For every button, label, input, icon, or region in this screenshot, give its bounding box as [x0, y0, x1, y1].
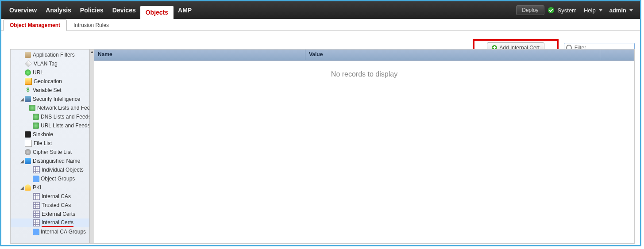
feed-icon: [29, 105, 35, 111]
tree-node-security-intelligence[interactable]: ◢Security Intelligence: [11, 95, 94, 103]
key-icon: [25, 184, 31, 191]
nav-tab-objects[interactable]: Objects: [140, 6, 174, 19]
tree-node-file-list[interactable]: File List: [11, 139, 94, 148]
main-split: Application FiltersVLAN TagURLGeolocatio…: [10, 49, 635, 244]
tree-node-sinkhole[interactable]: Sinkhole: [11, 130, 94, 139]
tree-label: VLAN Tag: [34, 61, 58, 67]
feed-icon: [33, 114, 39, 120]
tree-node-cipher-suite-list[interactable]: Cipher Suite List: [11, 148, 94, 157]
tree-label: URL: [33, 69, 43, 76]
nav-tab-overview[interactable]: Overview: [5, 1, 41, 19]
chevron-down-icon: [629, 9, 633, 11]
cipher-icon: [25, 149, 31, 155]
tree-label: Network Lists and Feeds: [37, 105, 94, 111]
tree-node-individual-objects[interactable]: Individual Objects: [11, 165, 94, 174]
tree-label: Security Intelligence: [33, 96, 80, 102]
tree-node-url-lists-and-feeds[interactable]: URL Lists and Feeds: [11, 121, 94, 130]
group-icon: [33, 176, 39, 182]
empty-message: No records to display: [94, 61, 634, 88]
tree-label: Internal CAs: [42, 193, 71, 199]
nav-help[interactable]: Help: [584, 7, 602, 14]
file-icon: [25, 140, 32, 147]
collapse-handle[interactable]: ▲: [89, 50, 94, 243]
tree-node-pki[interactable]: ◢PKI: [11, 183, 94, 192]
tree-label: Cipher Suite List: [33, 149, 72, 155]
app-icon: [25, 52, 31, 58]
tree-label: Individual Objects: [42, 167, 84, 173]
tree-label: Sinkhole: [33, 131, 53, 138]
expand-arrow-icon: ◢: [20, 159, 24, 164]
tree-label: Internal CA Groups: [41, 229, 86, 235]
tree-node-variable-set[interactable]: Variable Set: [11, 86, 94, 95]
tree-node-object-groups[interactable]: Object Groups: [11, 174, 94, 183]
tag-icon: [25, 60, 32, 67]
tree-node-internal-ca-groups[interactable]: Internal CA Groups: [11, 227, 94, 236]
tree-label: File List: [34, 140, 52, 146]
col-actions: [600, 50, 634, 60]
tree-panel: Application FiltersVLAN TagURLGeolocatio…: [10, 49, 94, 244]
top-nav: Overview Analysis Policies Devices Objec…: [1, 1, 640, 19]
tree-label: PKI: [33, 184, 41, 191]
expand-arrow-icon: ◢: [20, 97, 24, 102]
tree-node-application-filters[interactable]: Application Filters: [11, 50, 94, 59]
tree-node-external-certs[interactable]: External Certs: [11, 210, 94, 218]
tree-label: Application Filters: [33, 52, 75, 58]
subtab-intrusion-rules[interactable]: Intrusion Rules: [67, 19, 116, 31]
tree-node-distinguished-name[interactable]: ◢Distinguished Name: [11, 157, 94, 165]
sink-icon: [25, 131, 31, 138]
tree-node-vlan-tag[interactable]: VLAN Tag: [11, 59, 94, 68]
feed-icon: [33, 123, 39, 129]
deploy-button[interactable]: Deploy: [516, 5, 544, 15]
grid-header: Name Value: [94, 50, 634, 61]
tree-node-geolocation[interactable]: Geolocation: [11, 77, 94, 86]
nav-tab-analysis[interactable]: Analysis: [41, 1, 76, 19]
dn-icon: [25, 158, 31, 164]
geo-icon: [25, 78, 32, 85]
grid-icon: [33, 219, 40, 226]
nav-user[interactable]: admin: [609, 7, 633, 14]
nav-user-label: admin: [609, 7, 626, 14]
var-icon: [25, 87, 31, 93]
chevron-down-icon: [599, 9, 602, 11]
nav-system[interactable]: System: [558, 7, 577, 14]
group-icon: [33, 229, 39, 235]
expand-arrow-icon: ◢: [20, 185, 24, 190]
tree-node-trusted-cas[interactable]: Trusted CAs: [11, 201, 94, 210]
tree-label: DNS Lists and Feeds: [41, 114, 91, 120]
tree-node-url[interactable]: URL: [11, 68, 94, 77]
nav-tab-devices[interactable]: Devices: [108, 1, 140, 19]
nav-help-label: Help: [584, 7, 596, 14]
tree-label: Distinguished Name: [33, 158, 80, 164]
status-ok-icon[interactable]: [548, 7, 554, 13]
tree-label: Geolocation: [34, 78, 62, 84]
tree-label: Object Groups: [41, 176, 75, 182]
col-name[interactable]: Name: [94, 50, 305, 60]
tree-label: Variable Set: [33, 87, 61, 93]
grid-icon: [33, 211, 40, 218]
tree-node-internal-certs[interactable]: Internal Certs: [11, 218, 94, 227]
grid-icon: [33, 202, 40, 209]
nav-tab-policies[interactable]: Policies: [76, 1, 108, 19]
tree-node-dns-lists-and-feeds[interactable]: DNS Lists and Feeds: [11, 112, 94, 121]
sub-tabs: Object Management Intrusion Rules: [1, 19, 640, 31]
content-panel: Name Value No records to display: [94, 49, 635, 244]
grid-icon: [33, 166, 40, 173]
tree-label: Internal Certs: [42, 219, 73, 227]
url-icon: [25, 69, 31, 76]
si-icon: [25, 96, 31, 102]
tree-label: Trusted CAs: [42, 202, 71, 208]
nav-tab-amp[interactable]: AMP: [174, 1, 196, 19]
tree-node-network-lists-and-feeds[interactable]: Network Lists and Feeds: [11, 103, 94, 112]
tree-label: URL Lists and Feeds: [41, 123, 90, 129]
subtab-object-management[interactable]: Object Management: [3, 19, 67, 31]
tree-label: External Certs: [42, 211, 75, 217]
grid-icon: [33, 193, 40, 200]
tree-node-internal-cas[interactable]: Internal CAs: [11, 192, 94, 201]
col-value[interactable]: Value: [305, 50, 600, 60]
